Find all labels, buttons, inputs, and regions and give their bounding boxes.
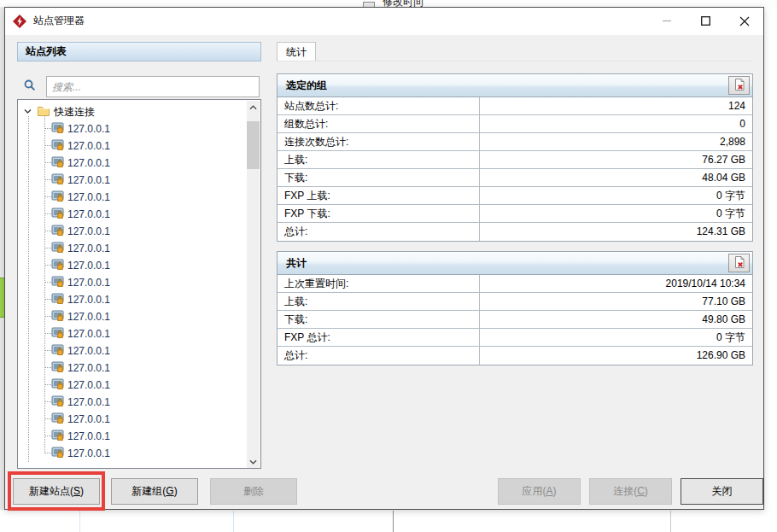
background-column-header-fragment: 修改时间 xyxy=(383,0,424,7)
stats-row-value: 48.04 GB xyxy=(480,169,752,186)
stats-row: FXP 上载:0 字节 xyxy=(278,187,752,205)
site-label: 127.0.0.1 xyxy=(67,260,110,272)
tab-statistics[interactable]: 统计 xyxy=(277,42,316,61)
tree-site-item[interactable]: 127.0.0.1 xyxy=(18,188,248,205)
site-label: 127.0.0.1 xyxy=(67,294,110,306)
scroll-up-icon[interactable] xyxy=(247,101,260,114)
site-label: 127.0.0.1 xyxy=(67,328,110,340)
stats-row: 组数总计:0 xyxy=(278,115,752,133)
titlebar: 站点管理器 xyxy=(5,8,763,35)
site-label: 127.0.0.1 xyxy=(67,379,110,391)
site-lock-icon xyxy=(51,326,65,340)
stats-row-value: 0 字节 xyxy=(480,205,752,222)
stats-row-value: 77.10 GB xyxy=(480,293,752,310)
close-button[interactable] xyxy=(725,8,763,34)
stats-row-label: 总计: xyxy=(278,223,480,241)
stats-row: 总计:124.31 GB xyxy=(278,223,752,241)
site-label: 127.0.0.1 xyxy=(67,447,110,459)
stats-section: 共计上次重置时间:2019/10/14 10:34上载:77.10 GB下载:4… xyxy=(277,251,753,365)
reset-stats-button[interactable] xyxy=(728,254,750,272)
stats-row: 下载:48.04 GB xyxy=(278,169,752,187)
stats-section-title: 共计 xyxy=(286,252,307,274)
site-lock-icon xyxy=(51,446,65,459)
delete-button[interactable]: 删除 xyxy=(210,478,297,505)
tree-site-item[interactable]: 127.0.0.1 xyxy=(18,171,248,188)
close-icon xyxy=(739,16,750,26)
tree-site-item[interactable]: 127.0.0.1 xyxy=(18,290,248,307)
scrollbar-thumb[interactable] xyxy=(247,121,260,169)
stats-section-title: 选定的组 xyxy=(286,74,327,96)
site-label: 127.0.0.1 xyxy=(67,208,110,220)
tree-site-item[interactable]: 127.0.0.1 xyxy=(18,342,248,359)
site-lock-icon xyxy=(51,395,65,408)
screen: 修改时间 站点管理器 xyxy=(0,0,777,532)
site-lock-icon xyxy=(51,412,65,425)
site-lock-icon xyxy=(51,138,65,152)
tree-site-item[interactable]: 127.0.0.1 xyxy=(18,307,248,324)
site-label: 127.0.0.1 xyxy=(67,123,110,135)
minimize-button[interactable] xyxy=(648,8,686,34)
tree-site-item[interactable]: 127.0.0.1 xyxy=(18,324,248,342)
tree-site-item[interactable]: 127.0.0.1 xyxy=(18,137,248,154)
site-tree: 快速连接 127.0.0.1127.0.0.1127.0.0.1127.0.0.… xyxy=(17,99,261,469)
new-site-button[interactable]: 新建站点(S) xyxy=(13,478,100,505)
connect-button[interactable]: 连接(C) xyxy=(589,478,672,505)
site-lock-icon xyxy=(51,309,65,323)
tree-site-item[interactable]: 127.0.0.1 xyxy=(18,154,248,171)
new-group-button[interactable]: 新建组(G) xyxy=(111,478,198,505)
site-lock-icon xyxy=(51,155,65,169)
stats-sections: 选定的组站点数总计:124组数总计:0连接次数总计:2,898上载:76.27 … xyxy=(277,73,753,375)
tree-site-item[interactable]: 127.0.0.1 xyxy=(18,427,248,444)
stats-row-label: 连接次数总计: xyxy=(278,133,480,150)
stats-section-header: 共计 xyxy=(278,252,752,275)
stats-row-value: 124 xyxy=(480,97,752,114)
stats-row: 总计:126.90 GB xyxy=(278,347,752,365)
stats-row-value: 76.27 GB xyxy=(480,151,752,168)
tree-site-item[interactable]: 127.0.0.1 xyxy=(18,376,248,393)
flashfxp-app-icon xyxy=(13,15,26,28)
stats-row: 站点数总计:124 xyxy=(278,97,752,115)
scroll-down-icon[interactable] xyxy=(247,455,260,469)
site-lock-icon xyxy=(51,172,65,186)
maximize-icon xyxy=(701,16,710,26)
site-list-header: 站点列表 xyxy=(17,42,261,61)
stats-row: 下载:49.80 GB xyxy=(278,311,752,329)
search-input[interactable] xyxy=(46,76,260,97)
stats-row-label: FXP 下载: xyxy=(278,205,480,222)
reset-stats-button[interactable] xyxy=(728,76,750,95)
tree-site-item[interactable]: 127.0.0.1 xyxy=(18,256,248,273)
maximize-button[interactable] xyxy=(686,8,725,34)
chevron-down-icon[interactable] xyxy=(23,107,32,116)
tree-site-item[interactable]: 127.0.0.1 xyxy=(18,444,248,461)
site-lock-icon xyxy=(51,275,65,289)
tree-root-quick-connect[interactable]: 快速连接 xyxy=(18,102,248,120)
tree-site-item[interactable]: 127.0.0.1 xyxy=(18,205,248,222)
site-label: 127.0.0.1 xyxy=(67,311,110,323)
site-lock-icon xyxy=(51,190,65,203)
stats-row-value: 0 字节 xyxy=(480,329,752,346)
tree-site-item[interactable]: 127.0.0.1 xyxy=(18,359,248,376)
tree-site-item[interactable]: 127.0.0.1 xyxy=(18,222,248,239)
tree-site-item[interactable]: 127.0.0.1 xyxy=(18,393,248,410)
background-grid-line xyxy=(670,511,671,532)
tree-scrollbar[interactable] xyxy=(247,101,260,469)
site-lock-icon xyxy=(51,343,65,357)
stats-row-label: 下载: xyxy=(278,311,480,328)
apply-button[interactable]: 应用(A) xyxy=(498,478,581,505)
site-lock-icon xyxy=(51,121,65,135)
background-grid-line xyxy=(79,511,80,532)
tree-site-item[interactable]: 127.0.0.1 xyxy=(18,239,248,256)
minimize-icon xyxy=(663,16,672,26)
stats-section: 选定的组站点数总计:124组数总计:0连接次数总计:2,898上载:76.27 … xyxy=(277,73,753,242)
site-label: 127.0.0.1 xyxy=(67,277,110,289)
tree-site-item[interactable]: 127.0.0.1 xyxy=(18,410,248,427)
site-lock-icon xyxy=(51,360,65,374)
stats-row-value: 126.90 GB xyxy=(480,347,752,365)
tree-site-item[interactable]: 127.0.0.1 xyxy=(18,120,248,137)
stats-row-value: 49.80 GB xyxy=(480,311,752,328)
site-label: 127.0.0.1 xyxy=(67,430,110,442)
stats-section-header: 选定的组 xyxy=(278,74,752,97)
stats-row: 上载:77.10 GB xyxy=(278,293,752,311)
close-button[interactable]: 关闭 xyxy=(681,478,763,505)
tree-site-item[interactable]: 127.0.0.1 xyxy=(18,273,248,290)
